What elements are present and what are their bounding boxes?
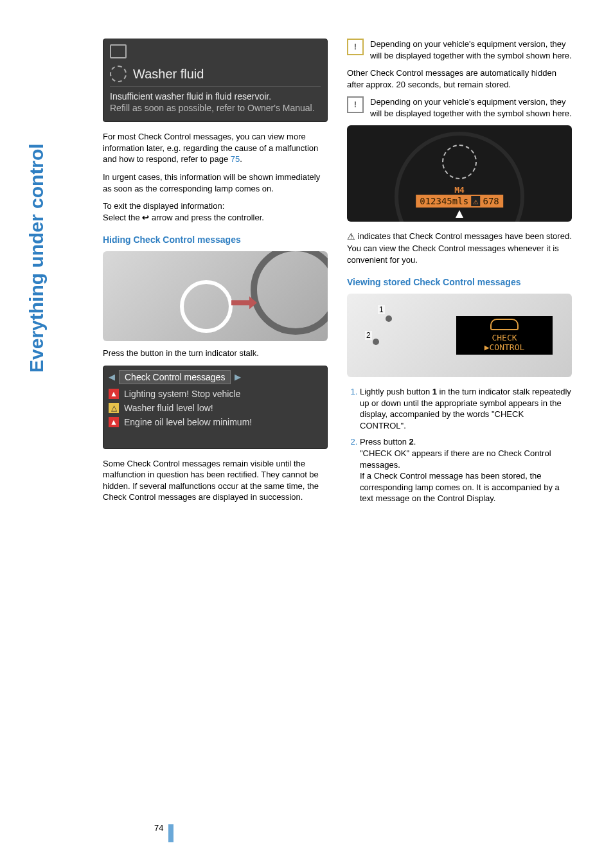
lcd-line-2: ▶CONTROL xyxy=(484,342,525,352)
tachometer-photo: M4 012345mls ⚠ 678 xyxy=(347,125,572,222)
gear-indicator: M4 xyxy=(454,185,465,195)
button-1-icon xyxy=(386,315,392,322)
page-number-bar-icon xyxy=(168,824,173,842)
odometer-lcd: 012345mls ⚠ 678 xyxy=(416,195,503,208)
stored-warning-icon: ⚠ xyxy=(471,196,480,206)
text: "CHECK OK" appears if there are no Check… xyxy=(360,448,551,470)
odometer-value: 012345mls xyxy=(420,196,468,206)
text: If a Check Control message has been stor… xyxy=(360,471,560,503)
steering-wheel-icon xyxy=(251,251,328,335)
text: . xyxy=(414,437,416,447)
cluster-lcd: CHECK ▶CONTROL xyxy=(456,316,553,355)
paragraph-remain-visible: Some Check Control messages remain visib… xyxy=(103,458,328,503)
step-1: Lightly push button 1 in the turn indica… xyxy=(360,386,572,431)
check-control-tab: Check Control messages xyxy=(119,370,231,384)
odometer-segment: 678 xyxy=(483,196,499,206)
button-ref-1: 1 xyxy=(432,387,437,396)
callout-label-1: 1 xyxy=(378,305,385,314)
warning-triangle-yellow-icon xyxy=(347,39,364,55)
page-number: 74 xyxy=(154,823,173,842)
return-arrow-icon: ↩ xyxy=(142,213,149,222)
heading-hiding-messages: Hiding Check Control messages xyxy=(103,235,328,245)
washer-fluid-line1: Insufficient washer fluid in fluid reser… xyxy=(110,91,271,102)
warning-yellow-icon: △ xyxy=(109,403,119,413)
cc-row-2: Washer fluid level low! xyxy=(124,403,213,413)
text: For most Check Control messages, you can… xyxy=(103,132,318,164)
text: To exit the displayed information: xyxy=(103,201,224,211)
page-link-75[interactable]: 75 xyxy=(231,154,240,164)
text: arrow and press the controller. xyxy=(149,213,263,222)
left-column: Washer fluid Insufficient washer fluid i… xyxy=(103,39,328,509)
warning-triangle-outline-icon xyxy=(347,96,364,113)
side-section-title: Everything under control xyxy=(26,143,48,373)
text: . xyxy=(240,154,242,164)
washer-fluid-title: Washer fluid xyxy=(133,67,204,82)
paragraph-press-button: Press the button in the turn indicator s… xyxy=(103,348,328,359)
cc-row-1: Lighting system! Stop vehicle xyxy=(124,389,240,399)
steps-list: Lightly push button 1 in the turn indica… xyxy=(347,386,572,504)
lcd-line-1: CHECK xyxy=(492,333,517,342)
paragraph-equipment-2: Depending on your vehicle's equipment ve… xyxy=(370,96,572,119)
page-number-value: 74 xyxy=(154,823,168,833)
text: indicates that Check Control messages ha… xyxy=(347,231,572,264)
paragraph-urgent-cases: In urgent cases, this information will b… xyxy=(103,172,328,194)
button-ref-2: 2 xyxy=(409,437,414,447)
text: Press button xyxy=(360,437,409,447)
paragraph-auto-hidden: Other Check Control messages are automat… xyxy=(347,67,572,90)
paragraph-equipment-1: Depending on your vehicle's equipment ve… xyxy=(370,39,572,61)
gauge-icon xyxy=(180,280,233,333)
washer-fluid-line2: Refill as soon as possible, refer to Own… xyxy=(110,103,315,113)
check-control-list-screenshot: ◀ Check Control messages ▶ ▲ Lighting sy… xyxy=(103,366,328,449)
warning-triangle-glyph-icon: ⚠ xyxy=(347,231,355,243)
heading-viewing-stored: Viewing stored Check Control messages xyxy=(347,277,572,287)
turn-stalk-photo xyxy=(103,251,328,341)
washer-fluid-icon xyxy=(110,66,127,82)
instrument-cluster-photo: 1 2 CHECK ▶CONTROL xyxy=(347,294,572,377)
callout-label-2: 2 xyxy=(365,331,372,340)
step-2: Press button 2. "CHECK OK" appears if th… xyxy=(360,436,572,504)
right-column: Depending on your vehicle's equipment ve… xyxy=(347,39,572,509)
paragraph-exit-info: To exit the displayed information: Selec… xyxy=(103,200,328,223)
cc-row-3: Engine oil level below minimum! xyxy=(124,417,252,427)
warning-red-icon: ▲ xyxy=(109,417,119,427)
callout-arrow-icon xyxy=(456,210,463,218)
button-2-icon xyxy=(373,339,379,345)
washer-symbol-icon xyxy=(442,145,477,179)
washer-fluid-screenshot: Washer fluid Insufficient washer fluid i… xyxy=(103,39,328,122)
nav-right-icon: ▶ xyxy=(235,372,241,382)
paragraph-check-control-info: For most Check Control messages, you can… xyxy=(103,131,328,165)
paragraph-triangle-indicates: ⚠ indicates that Check Control messages … xyxy=(347,231,572,265)
nav-left-icon: ◀ xyxy=(109,372,115,382)
text: Select the xyxy=(103,213,142,222)
back-icon xyxy=(110,44,127,58)
text: Lightly push button xyxy=(360,387,432,396)
car-outline-icon xyxy=(490,319,519,330)
warning-red-icon: ▲ xyxy=(109,389,119,399)
